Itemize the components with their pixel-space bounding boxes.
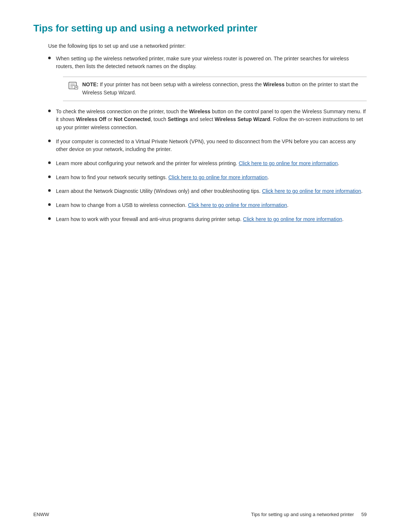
note-label: NOTE: bbox=[82, 81, 99, 87]
note-box: NOTE: If your printer has not been setup… bbox=[63, 77, 367, 101]
list-item: When setting up the wireless networked p… bbox=[33, 55, 367, 71]
bullet-dot bbox=[48, 175, 51, 178]
link-usb-to-wireless[interactable]: Click here to go online for more informa… bbox=[188, 202, 287, 208]
bullet-dot bbox=[48, 203, 51, 206]
bullet-dot bbox=[48, 140, 51, 142]
bullet-dot bbox=[48, 217, 51, 220]
link-wireless-printing[interactable]: Click here to go online for more informa… bbox=[239, 160, 338, 166]
bullet-text: Learn more about configuring your networ… bbox=[56, 160, 367, 168]
bullet-dot bbox=[48, 57, 51, 59]
page-title: Tips for setting up and using a networke… bbox=[33, 22, 367, 35]
bullet-text: To check the wireless connection on the … bbox=[56, 108, 367, 132]
footer-page-number: 59 bbox=[361, 512, 367, 517]
bullet-text: Learn how to work with your firewall and… bbox=[56, 215, 367, 224]
list-item: Learn how to change from a USB to wirele… bbox=[33, 201, 367, 210]
list-item: Learn how to work with your firewall and… bbox=[33, 215, 367, 224]
footer-left: ENWW bbox=[33, 512, 49, 517]
bullet-list: When setting up the wireless networked p… bbox=[33, 55, 367, 224]
link-security-settings[interactable]: Click here to go online for more informa… bbox=[168, 174, 267, 180]
list-item: Learn more about configuring your networ… bbox=[33, 160, 367, 168]
note-text: If your printer has not been setup with … bbox=[82, 81, 358, 96]
note-item: NOTE: If your printer has not been setup… bbox=[33, 77, 367, 101]
list-item: Learn how to find your network security … bbox=[33, 174, 367, 182]
bullet-dot bbox=[48, 161, 51, 164]
bullet-text: Learn about the Network Diagnostic Utili… bbox=[56, 187, 367, 195]
bullet-dot bbox=[48, 189, 51, 192]
bullet-text: If your computer is connected to a Virtu… bbox=[56, 138, 367, 154]
footer-right: Tips for setting up and using a networke… bbox=[251, 512, 367, 517]
footer: ENWW Tips for setting up and using a net… bbox=[33, 512, 367, 517]
list-item: If your computer is connected to a Virtu… bbox=[33, 138, 367, 154]
bullet-dot bbox=[48, 110, 51, 112]
list-item: To check the wireless connection on the … bbox=[33, 108, 367, 132]
link-firewall-antivirus[interactable]: Click here to go online for more informa… bbox=[243, 216, 342, 222]
footer-center: Tips for setting up and using a networke… bbox=[251, 512, 354, 517]
page-container: Tips for setting up and using a networke… bbox=[0, 0, 400, 532]
intro-text: Use the following tips to set up and use… bbox=[48, 43, 367, 49]
note-content: NOTE: If your printer has not been setup… bbox=[82, 81, 361, 97]
bullet-text: Learn how to change from a USB to wirele… bbox=[56, 201, 367, 210]
note-icon bbox=[68, 81, 79, 91]
bullet-text: Learn how to find your network security … bbox=[56, 174, 367, 182]
bullet-text: When setting up the wireless networked p… bbox=[56, 55, 367, 71]
list-item: Learn about the Network Diagnostic Utili… bbox=[33, 187, 367, 195]
link-diagnostic-utility[interactable]: Click here to go online for more informa… bbox=[262, 188, 361, 194]
